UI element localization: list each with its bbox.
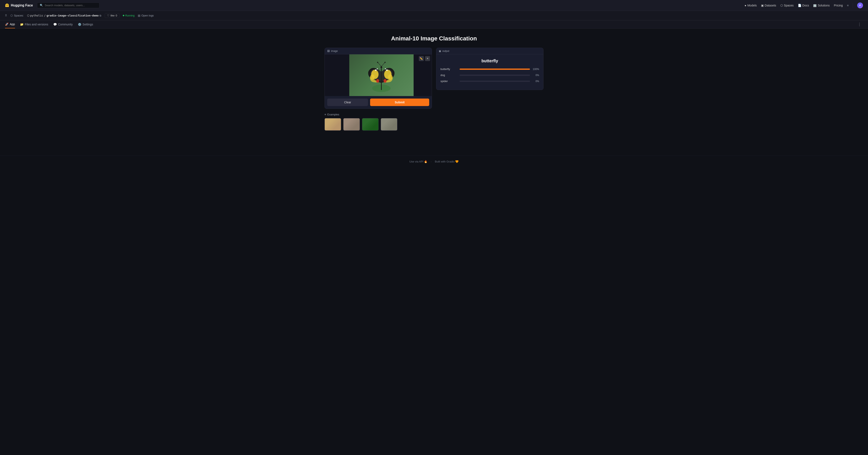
horse-image xyxy=(381,118,397,131)
brand-logo[interactable]: 🤗 Hugging Face xyxy=(5,3,33,7)
navbar: 🤗 Hugging Face 🔍 ● Models ▣ Datasets ⬡ S… xyxy=(0,0,868,11)
footer: Use via API 🔥 · Built with Gradio 🧡 xyxy=(0,155,868,167)
label-butterfly-pct: 100% xyxy=(532,68,539,70)
models-icon: ● xyxy=(745,4,746,7)
edit-image-button[interactable]: ✏️ xyxy=(419,56,424,61)
main-content: Animal-10 Image Classification 🖼 image xyxy=(319,29,549,143)
label-butterfly-name: butterfly xyxy=(440,67,457,70)
image-left-dark xyxy=(325,54,349,96)
community-tab-icon: 💬 xyxy=(53,23,57,26)
output-icon: ▣ xyxy=(439,50,441,53)
close-image-button[interactable]: ✕ xyxy=(425,56,430,61)
butterfly-display xyxy=(349,54,414,96)
label-row-dog: dog 0% xyxy=(440,74,539,77)
tab-app[interactable]: 🚀 App xyxy=(5,21,15,28)
butterfly-image xyxy=(362,118,378,131)
output-panel-header: ▣ output xyxy=(436,48,543,54)
svg-point-13 xyxy=(375,69,377,71)
files-tab-icon: 📁 xyxy=(20,23,24,26)
nav-divider xyxy=(853,3,853,8)
svg-point-15 xyxy=(386,69,388,71)
output-label: output xyxy=(442,50,449,53)
output-panel: ▣ output butterfly butterfly 100% dog xyxy=(436,48,544,90)
docs-icon: 📄 xyxy=(798,4,801,7)
logs-icon: ▤ xyxy=(138,14,140,17)
examples-grid xyxy=(324,118,432,131)
tab-app-label: App xyxy=(10,23,15,26)
spaces-icon: ⬡ xyxy=(780,4,783,7)
nav-models[interactable]: ● Models xyxy=(745,4,757,7)
api-label: Use via API xyxy=(409,160,423,163)
tab-community[interactable]: 💬 Community xyxy=(53,21,73,28)
nav-solutions[interactable]: 🏢 Solutions xyxy=(813,4,830,7)
solutions-icon: 🏢 xyxy=(813,4,816,7)
svg-point-4 xyxy=(377,62,378,63)
open-logs-button[interactable]: ▤ Open logs xyxy=(138,14,154,17)
main-nav: ● Models ▣ Datasets ⬡ Spaces 📄 Docs 🏢 So… xyxy=(745,2,863,8)
built-label: Built with Gradio xyxy=(435,160,455,163)
running-label: Running xyxy=(125,14,135,17)
image-right-dark: ✏️ ✕ xyxy=(413,54,432,96)
nav-datasets[interactable]: ▣ Datasets xyxy=(761,4,776,7)
input-section: 🖼 image xyxy=(324,48,432,131)
butterfly-svg xyxy=(365,56,398,94)
label-butterfly-fill xyxy=(460,68,530,70)
dog-image xyxy=(325,118,341,131)
cat-image xyxy=(343,118,360,131)
spaces-user[interactable]: pytholic xyxy=(30,14,43,17)
spaces-path: ⬡ pytholic / gradio-image-classification… xyxy=(27,14,101,17)
settings-tab-icon: ⚙️ xyxy=(78,23,82,26)
spaces-drag-icon: ⠿ xyxy=(5,14,7,17)
tab-community-label: Community xyxy=(58,23,73,26)
svg-line-3 xyxy=(378,62,381,66)
tab-settings[interactable]: ⚙️ Settings xyxy=(78,21,93,28)
page-title: Animal-10 Image Classification xyxy=(324,35,544,42)
copy-icon[interactable]: ⧉ xyxy=(99,14,101,17)
like-count: 0 xyxy=(116,14,117,17)
image-panel-icon: 🖼 xyxy=(327,50,330,53)
label-dog-bar xyxy=(460,75,530,76)
running-badge: Running xyxy=(123,14,135,17)
clear-button[interactable]: Clear xyxy=(327,98,368,106)
label-spider-bar xyxy=(460,81,530,82)
svg-point-9 xyxy=(376,79,379,83)
nav-docs[interactable]: 📄 Docs xyxy=(798,4,809,7)
image-area: ✏️ ✕ xyxy=(325,54,432,96)
app-layout: 🖼 image xyxy=(324,48,544,131)
brand-name: Hugging Face xyxy=(11,4,33,7)
submit-button[interactable]: Submit xyxy=(370,98,429,106)
search-bar[interactable]: 🔍 xyxy=(37,2,99,8)
api-link[interactable]: Use via API 🔥 xyxy=(409,160,428,163)
footer-separator: · xyxy=(431,160,432,163)
app-tab-icon: 🚀 xyxy=(5,23,8,26)
image-panel-label: image xyxy=(331,50,338,53)
spaces-separator: / xyxy=(44,14,46,17)
tab-files-and-versions[interactable]: 📁 Files and versions xyxy=(20,21,48,28)
svg-point-14 xyxy=(377,68,378,69)
api-icon: 🔥 xyxy=(424,160,427,163)
svg-point-16 xyxy=(385,68,386,69)
label-dog-pct: 0% xyxy=(532,74,539,77)
example-dog[interactable] xyxy=(324,118,341,131)
example-butterfly[interactable] xyxy=(362,118,379,131)
user-avatar[interactable]: P xyxy=(857,2,863,8)
svg-point-6 xyxy=(385,62,386,63)
more-options-button[interactable]: ⋮ xyxy=(856,21,863,28)
label-dog-name: dog xyxy=(440,74,457,77)
nav-pricing[interactable]: Pricing xyxy=(834,4,843,7)
spaces-icon-small: ⬡ xyxy=(10,14,13,17)
brand-emoji: 🤗 xyxy=(5,3,9,7)
example-horse[interactable] xyxy=(381,118,397,131)
open-logs-label: Open logs xyxy=(141,14,154,17)
label-butterfly-bar xyxy=(460,68,530,70)
heart-icon: ♡ xyxy=(107,14,110,17)
hamburger-icon[interactable]: ≡ xyxy=(847,4,849,7)
nav-spaces[interactable]: ⬡ Spaces xyxy=(780,4,794,7)
datasets-icon: ▣ xyxy=(761,4,764,7)
spaces-repo[interactable]: gradio-image-classification-demo xyxy=(46,14,98,17)
built-link[interactable]: Built with Gradio 🧡 xyxy=(435,160,459,163)
search-input[interactable] xyxy=(45,4,97,7)
example-cat[interactable] xyxy=(343,118,360,131)
spaces-label: ⬡ Spaces: xyxy=(10,14,24,17)
like-button[interactable]: ♡ like 0 xyxy=(105,13,120,18)
